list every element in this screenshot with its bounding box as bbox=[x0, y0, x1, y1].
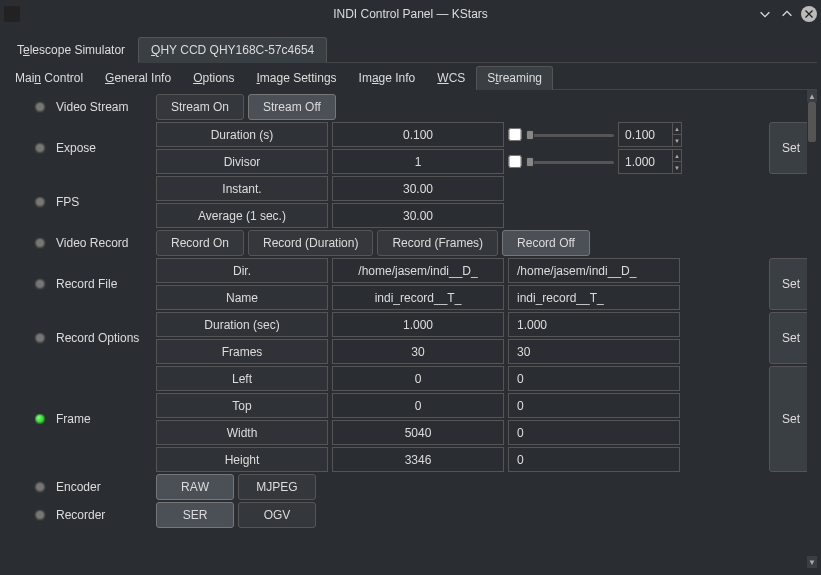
divisor-spin[interactable]: ▲▼ bbox=[618, 149, 682, 174]
window-title: INDI Control Panel — KStars bbox=[333, 7, 488, 21]
field-value: 3346 bbox=[332, 447, 504, 472]
stream-on-button[interactable]: Stream On bbox=[156, 94, 244, 120]
tab-options[interactable]: Options bbox=[182, 66, 245, 90]
title-bar: INDI Control Panel — KStars bbox=[0, 0, 821, 28]
field-value: 0.100 bbox=[332, 122, 504, 147]
duration-spin[interactable]: ▲▼ bbox=[618, 122, 682, 147]
field-header: Duration (sec) bbox=[156, 312, 328, 337]
divisor-slider[interactable] bbox=[526, 154, 614, 170]
field-value: 5040 bbox=[332, 420, 504, 445]
recorder-ogv-button[interactable]: OGV bbox=[238, 502, 316, 528]
maximize-button[interactable] bbox=[779, 6, 795, 22]
field-value: 0 bbox=[332, 393, 504, 418]
property-label: Video Stream bbox=[56, 94, 156, 120]
group-tabs: Main Control General Info Options Image … bbox=[4, 65, 817, 90]
field-header: Divisor bbox=[156, 149, 328, 174]
property-label: Recorder bbox=[56, 502, 156, 528]
scroll-up-icon[interactable]: ▲ bbox=[807, 90, 817, 102]
status-led bbox=[34, 101, 46, 113]
record-frames-button[interactable]: Record (Frames) bbox=[377, 230, 498, 256]
rec-duration-input[interactable] bbox=[517, 318, 679, 332]
field-header: Width bbox=[156, 420, 328, 445]
property-label: Expose bbox=[56, 122, 156, 174]
field-header: Top bbox=[156, 393, 328, 418]
field-header: Name bbox=[156, 285, 328, 310]
app-icon bbox=[4, 6, 20, 22]
streaming-panel: Video Stream Stream On Stream Off Expose… bbox=[4, 90, 817, 568]
status-led bbox=[34, 237, 46, 249]
frame-top-input[interactable] bbox=[517, 399, 679, 413]
field-value: 1 bbox=[332, 149, 504, 174]
field-header: Duration (s) bbox=[156, 122, 328, 147]
frame-left-input[interactable] bbox=[517, 372, 679, 386]
link-checkbox[interactable] bbox=[508, 155, 522, 168]
device-tabs: Telescope Simulator QHY CCD QHY168C-57c4… bbox=[4, 36, 817, 63]
recorder-ser-button[interactable]: SER bbox=[156, 502, 234, 528]
tab-qhy-ccd[interactable]: QHY CCD QHY168C-57c4654 bbox=[138, 37, 327, 63]
field-value: /home/jasem/indi__D_ bbox=[332, 258, 504, 283]
rec-frames-input[interactable] bbox=[517, 345, 679, 359]
field-value: 1.000 bbox=[332, 312, 504, 337]
link-checkbox[interactable] bbox=[508, 128, 522, 141]
property-label: Record Options bbox=[56, 312, 156, 364]
field-value: 30.00 bbox=[332, 203, 504, 228]
dir-input[interactable] bbox=[517, 264, 679, 278]
property-label: Encoder bbox=[56, 474, 156, 500]
status-led bbox=[34, 278, 46, 290]
field-header: Dir. bbox=[156, 258, 328, 283]
field-header: Instant. bbox=[156, 176, 328, 201]
tab-image-info[interactable]: Image Info bbox=[348, 66, 427, 90]
tab-general-info[interactable]: General Info bbox=[94, 66, 182, 90]
status-led bbox=[34, 142, 46, 154]
field-header: Left bbox=[156, 366, 328, 391]
scroll-down-icon[interactable]: ▼ bbox=[807, 556, 817, 568]
field-header: Height bbox=[156, 447, 328, 472]
tab-telescope-simulator[interactable]: Telescope Simulator bbox=[4, 37, 138, 63]
tab-image-settings[interactable]: Image Settings bbox=[246, 66, 348, 90]
vertical-scrollbar[interactable]: ▲ ▼ bbox=[807, 90, 817, 568]
stream-off-button[interactable]: Stream Off bbox=[248, 94, 336, 120]
tab-streaming[interactable]: Streaming bbox=[476, 66, 553, 90]
name-input[interactable] bbox=[517, 291, 679, 305]
minimize-button[interactable] bbox=[757, 6, 773, 22]
close-button[interactable] bbox=[801, 6, 817, 22]
encoder-mjpeg-button[interactable]: MJPEG bbox=[238, 474, 316, 500]
status-led bbox=[34, 509, 46, 521]
tab-main-control[interactable]: Main Control bbox=[4, 66, 94, 90]
field-value: indi_record__T_ bbox=[332, 285, 504, 310]
tab-wcs[interactable]: WCS bbox=[426, 66, 476, 90]
field-header: Average (1 sec.) bbox=[156, 203, 328, 228]
record-duration-button[interactable]: Record (Duration) bbox=[248, 230, 373, 256]
status-led bbox=[34, 332, 46, 344]
property-label: FPS bbox=[56, 176, 156, 228]
status-led bbox=[34, 481, 46, 493]
record-off-button[interactable]: Record Off bbox=[502, 230, 590, 256]
encoder-raw-button[interactable]: RAW bbox=[156, 474, 234, 500]
field-header: Frames bbox=[156, 339, 328, 364]
field-value: 30.00 bbox=[332, 176, 504, 201]
property-label: Record File bbox=[56, 258, 156, 310]
status-led bbox=[34, 413, 46, 425]
property-label: Frame bbox=[56, 366, 156, 472]
frame-width-input[interactable] bbox=[517, 426, 679, 440]
status-led bbox=[34, 196, 46, 208]
field-value: 30 bbox=[332, 339, 504, 364]
property-label: Video Record bbox=[56, 230, 156, 256]
duration-slider[interactable] bbox=[526, 127, 614, 143]
frame-height-input[interactable] bbox=[517, 453, 679, 467]
record-on-button[interactable]: Record On bbox=[156, 230, 244, 256]
field-value: 0 bbox=[332, 366, 504, 391]
